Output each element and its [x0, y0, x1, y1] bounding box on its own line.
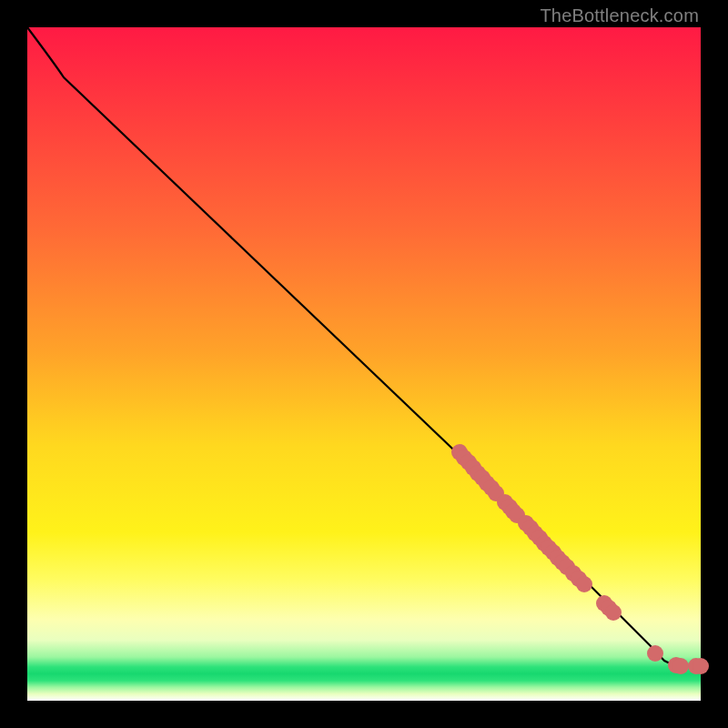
bottleneck-curve: [27, 27, 701, 666]
attribution-text: TheBottleneck.com: [540, 5, 699, 26]
plot-area: [27, 27, 701, 701]
curve-svg: [27, 27, 701, 701]
curve-marker: [576, 576, 592, 592]
curve-marker: [605, 604, 622, 621]
curve-marker: [647, 645, 663, 662]
marker-group: [451, 444, 709, 674]
chart-frame: TheBottleneck.com: [0, 0, 728, 728]
curve-marker: [672, 658, 689, 674]
curve-marker: [693, 658, 709, 674]
